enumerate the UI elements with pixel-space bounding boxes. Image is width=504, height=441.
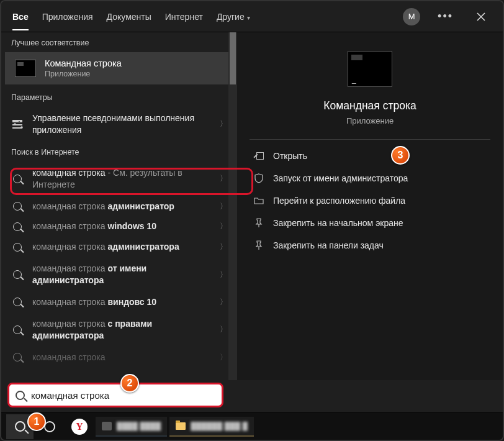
action-pin-start[interactable]: Закрепить на начальном экране	[250, 212, 490, 234]
step-badge-2: 2	[120, 374, 139, 393]
web-result[interactable]: командная строка администратора 〉	[1, 237, 237, 257]
scrollbar[interactable]	[228, 32, 237, 380]
folder-icon	[176, 422, 186, 430]
search-icon	[13, 353, 22, 361]
tab-internet[interactable]: Интернет	[165, 8, 203, 25]
chevron-right-icon: 〉	[220, 221, 227, 232]
web-result[interactable]: командная строка от имени администратора…	[1, 257, 237, 292]
app-subtitle: Приложение	[346, 116, 394, 125]
search-icon	[13, 202, 22, 211]
search-icon	[16, 391, 25, 400]
search-icon	[13, 270, 22, 279]
tab-documents[interactable]: Документы	[107, 8, 151, 25]
results-panel: Лучшее соответствие Командная строка При…	[1, 32, 237, 380]
search-icon	[13, 298, 22, 306]
step-badge-1: 1	[27, 412, 46, 431]
taskbar: Y ████ ████ ██████ ███ █	[1, 412, 503, 440]
cmd-icon	[15, 60, 36, 77]
best-match-subtitle: Приложение	[45, 70, 122, 78]
more-options-button[interactable]: •••	[434, 10, 457, 23]
sliders-icon	[12, 120, 22, 129]
yandex-icon: Y	[71, 419, 88, 435]
web-result[interactable]: командная строка windows 10 〉	[1, 216, 237, 237]
action-open-location[interactable]: Перейти к расположению файла	[250, 189, 490, 212]
pin-icon	[253, 241, 264, 250]
taskbar-yandex-button[interactable]: Y	[66, 414, 93, 439]
search-box[interactable]	[7, 383, 223, 407]
tab-apps[interactable]: Приложения	[42, 8, 93, 25]
folder-icon	[253, 196, 264, 205]
best-match-item[interactable]: Командная строка Приложение	[5, 52, 233, 84]
best-match-title: Командная строка	[45, 58, 122, 68]
app-title: Командная строка	[323, 99, 416, 112]
chevron-right-icon: 〉	[220, 324, 227, 335]
scrollbar-thumb[interactable]	[230, 32, 236, 84]
chevron-right-icon: 〉	[220, 352, 227, 363]
app-thumbnail	[348, 51, 392, 87]
settings-item-aliases[interactable]: Управление псевдонимами выполнения прило…	[1, 107, 237, 142]
settings-header: Параметры	[1, 87, 237, 107]
chevron-right-icon: 〉	[220, 242, 227, 252]
taskbar-app[interactable]: ████ ████	[96, 417, 167, 437]
web-result[interactable]: командная строка - См. результаты в Инте…	[1, 161, 237, 196]
web-result[interactable]: командная строка виндовс 10 〉	[1, 292, 237, 312]
action-open[interactable]: Открыть	[250, 145, 490, 167]
action-pin-taskbar[interactable]: Закрепить на панели задач	[250, 234, 490, 257]
chevron-right-icon: 〉	[220, 119, 227, 129]
app-icon	[102, 422, 112, 430]
step-badge-3: 3	[391, 146, 410, 165]
search-icon	[13, 175, 22, 183]
fade-overlay	[1, 366, 228, 380]
user-avatar[interactable]: M	[403, 8, 420, 25]
pin-icon	[253, 219, 264, 227]
admin-shield-icon	[253, 174, 264, 183]
search-tabs: Все Приложения Документы Интернет Другие…	[1, 1, 503, 32]
search-icon	[15, 421, 25, 432]
chevron-right-icon: 〉	[220, 297, 227, 307]
taskbar-app[interactable]: ██████ ███ █	[169, 417, 254, 437]
search-input[interactable]	[31, 390, 215, 401]
web-result[interactable]: командная строка с правами администратор…	[1, 312, 237, 347]
details-panel: Командная строка Приложение Открыть Запу…	[237, 32, 503, 380]
chevron-right-icon: 〉	[220, 173, 227, 184]
chevron-right-icon: 〉	[220, 270, 227, 280]
chevron-right-icon: 〉	[220, 201, 227, 212]
best-match-header: Лучшее соответствие	[1, 32, 237, 52]
web-result[interactable]: командная строка администратор 〉	[1, 196, 237, 217]
search-icon	[13, 222, 22, 231]
action-run-as-admin[interactable]: Запуск от имени администратора	[250, 167, 490, 189]
web-search-header: Поиск в Интернете	[1, 142, 237, 161]
tab-more[interactable]: Другие▾	[217, 8, 250, 25]
close-button[interactable]	[470, 6, 492, 27]
tab-all[interactable]: Все	[12, 8, 29, 30]
open-icon	[253, 152, 264, 160]
chevron-down-icon: ▾	[247, 14, 250, 21]
search-icon	[13, 243, 22, 252]
search-icon	[13, 325, 22, 334]
